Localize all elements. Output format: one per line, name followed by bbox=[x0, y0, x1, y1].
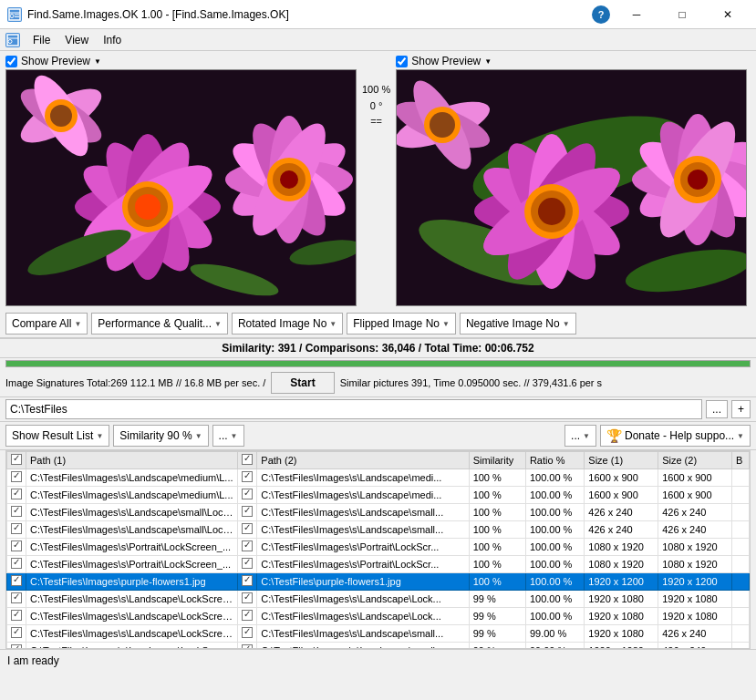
row-checkbox2-2[interactable] bbox=[238, 504, 257, 521]
show-result-list-dropdown[interactable]: Show Result List ▼ bbox=[5, 425, 109, 447]
results-table: Path (1) Path (2) Similarity Ratio % Siz… bbox=[6, 451, 750, 649]
negative-image-dropdown[interactable]: Negative Image No ▼ bbox=[460, 313, 576, 335]
row-size1-2: 426 x 240 bbox=[585, 504, 658, 521]
compare-all-dropdown[interactable]: Compare All ▼ bbox=[5, 313, 88, 335]
row-size2-8: 1920 x 1080 bbox=[658, 608, 732, 625]
header-checkbox2[interactable] bbox=[242, 454, 253, 465]
row-checkbox2-6[interactable] bbox=[238, 573, 257, 591]
results-table-container[interactable]: Path (1) Path (2) Similarity Ratio % Siz… bbox=[5, 450, 751, 649]
left-preview-dropdown-arrow[interactable]: ▼ bbox=[94, 57, 101, 66]
table-row[interactable]: C:\TestFiles\Images\s\Landscape\small\Lo… bbox=[7, 521, 750, 539]
similarity-dropdown[interactable]: Similarity 90 % ▼ bbox=[113, 425, 208, 447]
result-toolbar-right: ... ▼ 🏆 Donate - Help suppo... ▼ bbox=[564, 425, 751, 447]
row-checkbox1-0[interactable] bbox=[7, 469, 26, 487]
row-checkbox2-10[interactable] bbox=[238, 643, 257, 650]
row-checkbox2-8[interactable] bbox=[238, 608, 257, 625]
table-row[interactable]: C:\TestFiles\Images\s\Landscape\medium\L… bbox=[7, 469, 750, 487]
col-header-size2[interactable]: Size (2) bbox=[658, 452, 732, 469]
row-path1-2: C:\TestFiles\Images\s\Landscape\small\Lo… bbox=[26, 504, 238, 521]
path-add-button[interactable]: + bbox=[731, 400, 751, 418]
table-row[interactable]: C:\TestFiles\Images\s\Landscape\LockScre… bbox=[7, 625, 750, 643]
col-header-path2[interactable]: Path (2) bbox=[257, 452, 469, 469]
row-path1-7: C:\TestFiles\Images\s\Landscape\LockScre… bbox=[26, 591, 238, 608]
table-row[interactable]: C:\TestFiles\Images\s\Landscape\LockScre… bbox=[7, 608, 750, 625]
row-checkbox1-7[interactable] bbox=[7, 591, 26, 608]
col-header-ratio[interactable]: Ratio % bbox=[525, 452, 584, 469]
row-size2-3: 426 x 240 bbox=[658, 521, 732, 539]
row-path1-3: C:\TestFiles\Images\s\Landscape\small\Lo… bbox=[26, 521, 238, 539]
row-similarity-8: 99 % bbox=[469, 608, 525, 625]
row-checkbox1-10[interactable] bbox=[7, 643, 26, 650]
col-header-similarity[interactable]: Similarity bbox=[469, 452, 525, 469]
flipped-image-label: Flipped Image No bbox=[353, 317, 440, 330]
row-b-8 bbox=[731, 608, 749, 625]
right-show-preview-checkbox[interactable] bbox=[396, 56, 408, 67]
row-checkbox1-4[interactable] bbox=[7, 539, 26, 556]
menu-info[interactable]: Info bbox=[96, 32, 129, 48]
flipped-image-arrow: ▼ bbox=[442, 320, 450, 328]
status-bottom: I am ready bbox=[0, 649, 756, 671]
row-checkbox1-6[interactable] bbox=[7, 573, 26, 591]
row-checkbox1-3[interactable] bbox=[7, 521, 26, 539]
donate-button[interactable]: 🏆 Donate - Help suppo... ▼ bbox=[600, 425, 751, 447]
row-size1-4: 1080 x 1920 bbox=[585, 539, 658, 556]
maximize-button[interactable]: □ bbox=[661, 5, 703, 24]
titlebar-left: Find.Same.Images.OK 1.00 - [Find.Same.Im… bbox=[7, 7, 289, 22]
left-show-preview-checkbox[interactable] bbox=[5, 56, 17, 67]
col-header-b[interactable]: B bbox=[731, 452, 749, 469]
help-icon[interactable]: ? bbox=[592, 5, 610, 24]
path-row: ... + bbox=[0, 397, 756, 422]
row-path2-3: C:\TestFiles\Images\s\Landscape\small... bbox=[257, 521, 469, 539]
performance-dropdown[interactable]: Performance & Qualit... ▼ bbox=[91, 313, 228, 335]
table-row[interactable]: C:\TestFiles\Images\s\Landscape\medium\L… bbox=[7, 487, 750, 504]
row-ratio-8: 100.00 % bbox=[525, 608, 584, 625]
row-checkbox2-3[interactable] bbox=[238, 521, 257, 539]
header-checkbox1[interactable] bbox=[11, 454, 22, 465]
left-flower-svg bbox=[6, 70, 357, 306]
extra-options-dropdown[interactable]: ... ▼ bbox=[564, 425, 596, 447]
table-row[interactable]: C:\TestFiles\Images\s\Portrait\LockScree… bbox=[7, 556, 750, 573]
start-button[interactable]: Start bbox=[271, 372, 334, 394]
row-path2-1: C:\TestFiles\Images\s\Landscape\medi... bbox=[257, 487, 469, 504]
left-preview-panel: Show Preview ▼ bbox=[5, 55, 357, 306]
filter-dropdown[interactable]: ... ▼ bbox=[212, 425, 244, 447]
app-menu-icon bbox=[5, 33, 20, 47]
rotated-image-dropdown[interactable]: Rotated Image No ▼ bbox=[232, 313, 343, 335]
path-input[interactable] bbox=[5, 399, 702, 419]
row-checkbox2-7[interactable] bbox=[238, 591, 257, 608]
table-body: C:\TestFiles\Images\s\Landscape\medium\L… bbox=[7, 469, 750, 650]
row-checkbox1-2[interactable] bbox=[7, 504, 26, 521]
row-similarity-0: 100 % bbox=[469, 469, 525, 487]
table-row[interactable]: C:\TestFiles\Images\s\Portrait\LockScree… bbox=[7, 539, 750, 556]
zoom-degrees: 0 ° bbox=[362, 98, 390, 115]
row-checkbox2-4[interactable] bbox=[238, 539, 257, 556]
menu-view[interactable]: View bbox=[57, 32, 96, 48]
path-browse-button[interactable]: ... bbox=[706, 400, 728, 418]
row-checkbox1-8[interactable] bbox=[7, 608, 26, 625]
flipped-image-dropdown[interactable]: Flipped Image No ▼ bbox=[347, 313, 456, 335]
row-ratio-0: 100.00 % bbox=[525, 469, 584, 487]
table-row[interactable]: C:\TestFiles\Images\purple-flowers1.jpg … bbox=[7, 573, 750, 591]
similar-pictures-info: Similar pictures 391, Time 0.095000 sec.… bbox=[340, 377, 602, 388]
row-path1-1: C:\TestFiles\Images\s\Landscape\medium\L… bbox=[26, 487, 238, 504]
menu-file[interactable]: File bbox=[26, 32, 57, 48]
row-path1-0: C:\TestFiles\Images\s\Landscape\medium\L… bbox=[26, 469, 238, 487]
minimize-button[interactable]: ─ bbox=[616, 5, 658, 24]
close-button[interactable]: ✕ bbox=[707, 5, 749, 24]
col-header-checkbox1 bbox=[7, 452, 26, 469]
col-header-path1[interactable]: Path (1) bbox=[26, 452, 238, 469]
right-preview-dropdown-arrow[interactable]: ▼ bbox=[484, 57, 492, 66]
row-size2-4: 1080 x 1920 bbox=[658, 539, 732, 556]
row-checkbox2-1[interactable] bbox=[238, 487, 257, 504]
row-path2-10: C:\TestFiles\Images\s\Landscape\small... bbox=[257, 643, 469, 650]
row-checkbox1-1[interactable] bbox=[7, 487, 26, 504]
row-checkbox2-9[interactable] bbox=[238, 625, 257, 643]
table-row[interactable]: C:\TestFiles\Images\s\Landscape\small\Lo… bbox=[7, 504, 750, 521]
col-header-size1[interactable]: Size (1) bbox=[585, 452, 658, 469]
row-checkbox1-9[interactable] bbox=[7, 625, 26, 643]
row-checkbox2-5[interactable] bbox=[238, 556, 257, 573]
row-checkbox2-0[interactable] bbox=[238, 469, 257, 487]
table-row[interactable]: C:\TestFiles\Images\s\Landscape\LockScre… bbox=[7, 643, 750, 650]
row-checkbox1-5[interactable] bbox=[7, 556, 26, 573]
table-row[interactable]: C:\TestFiles\Images\s\Landscape\LockScre… bbox=[7, 591, 750, 608]
